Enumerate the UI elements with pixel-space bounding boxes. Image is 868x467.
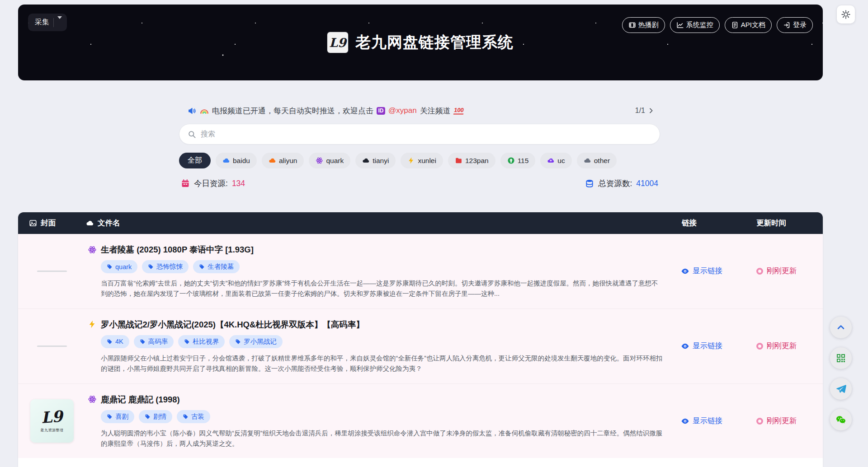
table-row[interactable]: L9 老九资源整理 鹿鼎记 鹿鼎記 (1998) 喜剧 剧情 古装 为人聪明圆滑…: [18, 383, 823, 458]
tag-label: 生者陵墓: [208, 262, 234, 271]
tag[interactable]: 罗小黑战记: [229, 335, 283, 348]
title-text: 鹿鼎记 鹿鼎記 (1998): [101, 394, 180, 405]
nav-system-monitor-button[interactable]: 系统监控: [670, 17, 720, 33]
brand: L9 老九网盘链接管理系统: [327, 32, 514, 53]
table-row[interactable]: 生者陵墓 (2025) 1080P 泰语中字 [1.93G] quark 恐怖惊…: [18, 234, 823, 308]
nav-api-docs-button[interactable]: API文档: [725, 17, 772, 33]
film-icon: [628, 21, 636, 29]
header-nav: 热播剧 系统监控 API文档 登录: [622, 17, 813, 33]
filter-all[interactable]: 全部: [179, 153, 211, 168]
tag-label: 喜剧: [115, 412, 128, 421]
header-label: 更新时间: [756, 218, 786, 228]
show-link-button[interactable]: 显示链接: [674, 384, 744, 458]
chart-line-icon: [676, 21, 684, 29]
tag-label: 高码率: [148, 337, 168, 346]
lightning-icon: [88, 320, 97, 329]
filter-uc[interactable]: uc: [540, 153, 571, 168]
show-link-button[interactable]: 显示链接: [674, 234, 744, 308]
total-label: 总资源数:: [598, 178, 632, 189]
telegram-mention-link[interactable]: @xypan: [388, 106, 417, 115]
show-link-label: 显示链接: [693, 341, 722, 351]
wechat-button[interactable]: [830, 409, 852, 430]
tag-label: 剧情: [153, 412, 166, 421]
nav-hot-dramas-button[interactable]: 热播剧: [622, 17, 665, 33]
chip-label: baidu: [233, 157, 250, 165]
updated-cell: 刚刚更新: [744, 234, 823, 308]
tag-list: 4K 高码率 杜比视界 罗小黑战记: [101, 335, 663, 348]
telegram-button[interactable]: [830, 378, 852, 400]
cloud-icon: [86, 219, 94, 227]
file-cell: 罗小黑战记2/罗小黑战记(2025)【4K.HQ&杜比视界双版本】【高码率】 4…: [86, 309, 674, 383]
telegram-icon: [835, 383, 846, 394]
tag-icon: [145, 414, 151, 420]
tag[interactable]: 恐怖惊悚: [142, 260, 189, 273]
tag[interactable]: 剧情: [139, 410, 172, 423]
id-badge-icon: ID: [377, 107, 385, 115]
chevron-right-icon[interactable]: [647, 107, 655, 114]
column-header-cover: 封面: [18, 218, 86, 228]
tag-icon: [107, 339, 113, 345]
search-bar: [179, 124, 660, 145]
today-value: 134: [232, 179, 245, 188]
filter-123pan[interactable]: 123pan: [448, 153, 495, 168]
tag[interactable]: 高码率: [134, 335, 174, 348]
nav-label: 登录: [793, 21, 807, 29]
image-icon: [29, 219, 37, 227]
collect-button-label[interactable]: 采集: [28, 14, 53, 31]
tag-icon: [107, 414, 113, 420]
filter-baidu[interactable]: baidu: [216, 153, 257, 168]
tag-label: 恐怖惊悚: [156, 262, 183, 271]
resource-description: 小黑跟随师父在小镇上过着安宁日子，分会馆遇袭，打破了妖精世界维系多年的和平，来自…: [101, 353, 663, 374]
stats-row: 今日资源: 134 总资源数: 41004: [179, 178, 660, 189]
nav-label: 系统监控: [686, 21, 713, 29]
total-resources-stat: 总资源数: 41004: [585, 178, 658, 189]
filter-quark[interactable]: quark: [309, 153, 350, 168]
header-label: 封面: [41, 218, 56, 228]
baidu-cloud-icon: [222, 157, 230, 164]
announcement-bar: 电报频道已开通，每天自动实时推送，欢迎点击 ID @xypan 关注频道 100…: [179, 104, 660, 117]
cover-cell: [18, 234, 86, 308]
tag[interactable]: 生者陵墓: [193, 260, 240, 273]
eye-icon: [681, 267, 689, 276]
wechat-icon: [835, 414, 846, 425]
collect-split-button[interactable]: 采集: [28, 14, 67, 31]
filter-other[interactable]: other: [577, 153, 617, 168]
eye-icon: [681, 342, 689, 350]
cover-placeholder: [37, 346, 67, 347]
column-header-link: 链接: [674, 218, 744, 228]
back-to-top-button[interactable]: [830, 317, 852, 338]
lightning-icon: [407, 157, 415, 164]
total-value: 41004: [636, 179, 658, 188]
tag-icon: [140, 339, 146, 345]
announcement-text-suffix: 关注频道: [420, 106, 451, 116]
updated-label: 刚刚更新: [767, 266, 797, 276]
tag[interactable]: 喜剧: [101, 410, 134, 423]
qrcode-button[interactable]: [830, 347, 852, 369]
search-input[interactable]: [201, 130, 651, 138]
chip-label: 115: [518, 157, 529, 165]
tag[interactable]: 4K: [101, 335, 129, 348]
quark-atom-icon: [88, 245, 97, 254]
filter-115[interactable]: 115: [500, 153, 536, 168]
show-link-label: 显示链接: [693, 416, 722, 426]
table-row[interactable]: 罗小黑战记2/罗小黑战记(2025)【4K.HQ&杜比视界双版本】【高码率】 4…: [18, 308, 823, 383]
center-column: 电报频道已开通，每天自动实时推送，欢迎点击 ID @xypan 关注频道 100…: [179, 104, 660, 189]
show-link-button[interactable]: 显示链接: [674, 309, 744, 383]
filter-tianyi[interactable]: tianyi: [355, 153, 396, 168]
nav-login-button[interactable]: 登录: [777, 17, 813, 33]
filter-xunlei[interactable]: xunlei: [401, 153, 443, 168]
theme-toggle-button[interactable]: [837, 5, 855, 23]
today-label: 今日资源:: [194, 178, 228, 189]
database-icon: [585, 179, 594, 188]
updated-cell: 刚刚更新: [744, 309, 823, 383]
announcement-text: 电报频道已开通，每天自动实时推送，欢迎点击: [212, 106, 373, 116]
collect-dropdown-toggle[interactable]: [54, 14, 67, 31]
resource-title: 生者陵墓 (2025) 1080P 泰语中字 [1.93G]: [88, 244, 663, 255]
updated-cell: 刚刚更新: [744, 384, 823, 458]
tag[interactable]: 古装: [177, 410, 210, 423]
filter-aliyun[interactable]: aliyun: [262, 153, 304, 168]
uc-cloud-icon: [547, 157, 555, 164]
tag[interactable]: quark: [101, 260, 137, 273]
tag[interactable]: 杜比视界: [178, 335, 225, 348]
updated-label: 刚刚更新: [767, 416, 797, 426]
